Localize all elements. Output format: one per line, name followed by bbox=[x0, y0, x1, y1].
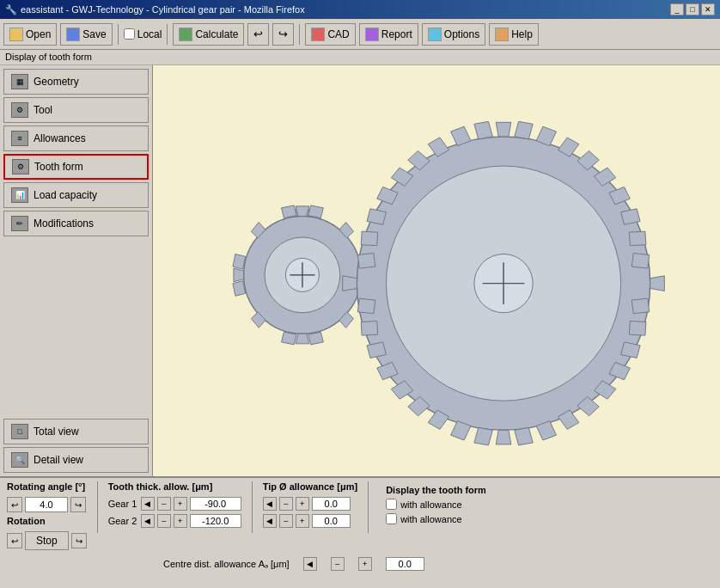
tip-allowance-gear2-input[interactable] bbox=[312, 514, 351, 528]
rotation-back-button[interactable]: ↩ bbox=[7, 533, 22, 548]
total-view-button[interactable]: □ Total view bbox=[3, 419, 149, 444]
display-label: Display of tooth form bbox=[0, 50, 720, 65]
tooth-thick-gear1-decr[interactable]: – bbox=[157, 497, 171, 511]
centre-dist-row: Centre dist. allowance Aₐ [μm] ◀ – + bbox=[0, 554, 720, 574]
open-button[interactable]: Open bbox=[3, 23, 57, 46]
app-title: eassistant - GWJ-Technology - Cylindrica… bbox=[21, 4, 305, 15]
tooth-thick-gear2-input[interactable] bbox=[190, 514, 241, 528]
tool-icon: ⚙ bbox=[11, 102, 28, 118]
display-option2-row: with allowance bbox=[386, 513, 486, 524]
calculate-icon bbox=[179, 28, 192, 41]
report-button[interactable]: Report bbox=[359, 23, 418, 46]
divider-2 bbox=[252, 481, 253, 533]
total-view-icon: □ bbox=[11, 424, 28, 439]
sidebar-item-tooth-form[interactable]: ⚙ Tooth form bbox=[3, 154, 149, 180]
display-tooth-form-group: Display the tooth form with allowance wi… bbox=[379, 481, 493, 528]
geometry-icon: ▦ bbox=[11, 74, 28, 89]
divider-3 bbox=[368, 481, 369, 533]
tooth-thick-group: Tooth thick. allow. [μm] Gear 1 ◀ – + Ge… bbox=[108, 481, 241, 528]
tip-allow-gear2-decr[interactable]: – bbox=[279, 514, 293, 528]
minimize-button[interactable]: _ bbox=[670, 3, 684, 15]
tooth-thick-gear1-incr[interactable]: + bbox=[174, 497, 187, 511]
tip-allow-gear1-incr[interactable]: + bbox=[296, 497, 309, 511]
rotation-title: Rotation bbox=[7, 516, 87, 526]
app-favicon: 🔧 bbox=[5, 4, 17, 15]
display-option2-checkbox[interactable] bbox=[386, 513, 397, 524]
tooth-thick-gear2-row: Gear 2 ◀ – + bbox=[108, 514, 241, 528]
undo-button[interactable]: ↩ bbox=[247, 23, 269, 46]
rotating-angle-input[interactable] bbox=[25, 497, 68, 512]
centre-dist-input[interactable] bbox=[386, 557, 424, 571]
undo-icon: ↩ bbox=[253, 28, 263, 40]
display-option2-label: with allowance bbox=[400, 514, 462, 524]
sidebar-item-geometry[interactable]: ▦ Geometry bbox=[3, 69, 149, 95]
sidebar-item-load-capacity[interactable]: 📊 Load capacity bbox=[3, 182, 149, 208]
rotating-angle-row: ↩ ↪ bbox=[7, 497, 87, 512]
save-icon bbox=[66, 28, 80, 41]
centre-dist-left[interactable]: ◀ bbox=[303, 557, 317, 571]
tip-allowance-group: Tip Ø allowance [μm] ◀ – + ◀ – + bbox=[263, 481, 357, 528]
tooth-thick-gear2-decr[interactable]: – bbox=[157, 514, 171, 528]
rotation-row: ↩ Stop ↪ bbox=[7, 531, 87, 550]
toolbar-sep-2 bbox=[167, 24, 168, 45]
rotation-group: Rotating angle [°] ↩ ↪ Rotation ↩ Stop ↪ bbox=[7, 481, 87, 550]
gear1-label: Gear 1 bbox=[108, 499, 138, 509]
local-checkbox[interactable] bbox=[124, 28, 135, 40]
report-icon bbox=[365, 28, 379, 41]
tip-allowance-gear2-row: ◀ – + bbox=[263, 514, 357, 528]
tip-allow-gear1-decr[interactable]: – bbox=[279, 497, 293, 511]
bottom-controls: Rotating angle [°] ↩ ↪ Rotation ↩ Stop ↪… bbox=[0, 476, 720, 588]
tip-allowance-title: Tip Ø allowance [μm] bbox=[263, 481, 357, 492]
redo-button[interactable]: ↪ bbox=[272, 23, 294, 46]
tooth-thick-gear2-left[interactable]: ◀ bbox=[141, 514, 155, 528]
maximize-button[interactable]: □ bbox=[686, 3, 699, 15]
load-capacity-icon: 📊 bbox=[11, 187, 28, 203]
tooth-form-icon: ⚙ bbox=[12, 159, 29, 175]
rotation-fwd-button[interactable]: ↪ bbox=[71, 533, 87, 548]
help-button[interactable]: Help bbox=[489, 23, 539, 46]
tooth-thick-gear2-incr[interactable]: + bbox=[174, 514, 187, 528]
sidebar-item-allowances[interactable]: ≡ Allowances bbox=[3, 126, 149, 151]
input-section: Rotating angle [°] ↩ ↪ Rotation ↩ Stop ↪… bbox=[0, 478, 720, 554]
rotating-angle-increment[interactable]: ↪ bbox=[70, 497, 86, 512]
display-tooth-form-title: Display the tooth form bbox=[386, 485, 486, 495]
rotating-angle-title: Rotating angle [°] bbox=[7, 481, 87, 492]
sidebar-spacer bbox=[3, 239, 149, 413]
detail-view-button[interactable]: 🔍 Detail view bbox=[3, 447, 149, 473]
help-icon bbox=[495, 28, 509, 41]
allowances-icon: ≡ bbox=[11, 131, 28, 146]
title-bar: 🔧 eassistant - GWJ-Technology - Cylindri… bbox=[0, 0, 720, 19]
rotating-angle-decrement[interactable]: ↩ bbox=[7, 497, 22, 512]
cad-button[interactable]: CAD bbox=[305, 23, 355, 46]
sidebar-item-tool[interactable]: ⚙ Tool bbox=[3, 97, 149, 123]
options-button[interactable]: Options bbox=[422, 23, 485, 46]
open-icon bbox=[9, 28, 23, 41]
tip-allowance-gear1-row: ◀ – + bbox=[263, 497, 357, 511]
display-option1-checkbox[interactable] bbox=[386, 499, 397, 510]
centre-dist-incr[interactable]: + bbox=[358, 557, 372, 571]
calculate-button[interactable]: Calculate bbox=[173, 23, 244, 46]
stop-button[interactable]: Stop bbox=[25, 531, 69, 550]
close-button[interactable]: ✕ bbox=[701, 3, 715, 15]
tip-allow-gear2-left[interactable]: ◀ bbox=[263, 514, 277, 528]
tooth-thick-gear1-input[interactable] bbox=[190, 497, 241, 511]
centre-dist-title: Centre dist. allowance Aₐ [μm] bbox=[163, 559, 290, 570]
tooth-thick-gear1-left[interactable]: ◀ bbox=[141, 497, 155, 511]
toolbar-sep-3 bbox=[299, 24, 300, 45]
gear2-label: Gear 2 bbox=[108, 516, 138, 526]
save-button[interactable]: Save bbox=[60, 23, 112, 46]
options-icon bbox=[428, 28, 442, 41]
centre-dist-decr[interactable]: – bbox=[331, 557, 345, 571]
sidebar-item-modifications[interactable]: ✏ Modifications bbox=[3, 211, 149, 236]
modifications-icon: ✏ bbox=[11, 216, 28, 231]
divider-1 bbox=[97, 481, 98, 533]
toolbar-sep-1 bbox=[118, 24, 119, 45]
gear-svg bbox=[153, 65, 720, 476]
tip-allow-gear2-incr[interactable]: + bbox=[296, 514, 309, 528]
tip-allow-gear1-left[interactable]: ◀ bbox=[263, 497, 277, 511]
local-checkbox-label[interactable]: Local bbox=[124, 28, 162, 40]
tooth-thick-title: Tooth thick. allow. [μm] bbox=[108, 481, 241, 492]
sidebar-bottom: □ Total view 🔍 Detail view bbox=[3, 415, 149, 473]
main-container: Display of tooth form ▦ Geometry ⚙ Tool … bbox=[0, 50, 720, 588]
tip-allowance-gear1-input[interactable] bbox=[312, 497, 351, 511]
